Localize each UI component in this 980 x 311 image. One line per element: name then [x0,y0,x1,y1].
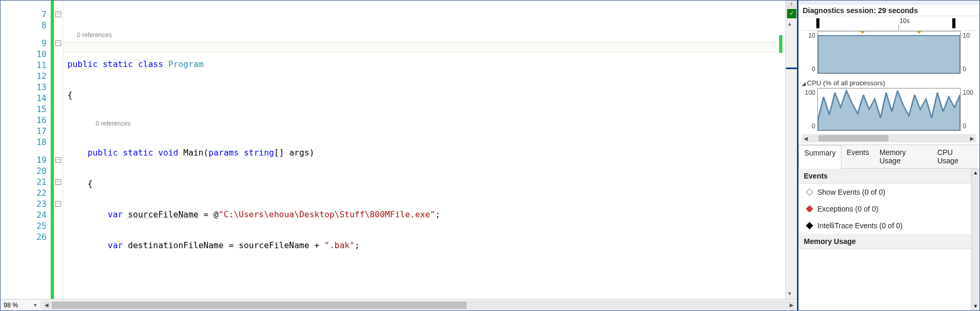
chevron-down-icon: ▼ [33,303,38,308]
fold-toggle-icon[interactable]: − [55,179,61,185]
zoom-value: 98 % [4,302,18,309]
diagnostics-tabs: Summary Events Memory Usage CPU Usage [799,145,979,169]
line-number: 21 [1,176,51,187]
diagnostics-pane: Diagnostics session: 29 seconds 10s 10 0… [798,0,980,311]
timeline-start-marker[interactable] [816,18,819,28]
code-text[interactable]: 0 references public static class Program… [63,1,785,299]
horizontal-scrollbar[interactable]: ◀ ▶ [42,301,796,310]
codelens-references[interactable]: 0 references [67,32,785,39]
zoom-dropdown[interactable]: 98 % ▼ [1,302,41,309]
line-number: 22 [1,187,51,198]
diagnostics-hscroll[interactable]: ◀ ▶ [802,134,976,142]
code-line: var sourceFileName = @"C:\Users\ehoua\De… [67,209,785,220]
line-number: 13 [1,82,51,93]
code-line: public static class Program [67,59,785,70]
line-number: 17 [1,126,51,137]
show-events-link[interactable]: Show Events (0 of 0) [799,184,971,201]
code-line [67,271,785,282]
line-number: 9 [1,38,51,49]
diagnostics-vscroll[interactable]: ▲ ▼ [971,169,979,310]
line-number: 16 [1,115,51,126]
intellitrace-icon [806,222,813,229]
memory-chart[interactable]: 10 0 10 0 [802,31,976,74]
exception-icon [806,205,813,213]
y-min: 0 [963,123,976,130]
line-number: 10 [1,49,51,60]
scroll-down-icon[interactable]: ▼ [972,302,979,310]
fold-toggle-icon[interactable]: − [55,201,61,207]
right-change-margin [779,1,782,299]
timeline-tick-label: 10s [899,17,909,25]
code-editor-pane: 7 8 9 10 11 12 13 14 15 16 17 18 19 20 2… [0,0,798,311]
cpu-chart[interactable]: 100 0 100 0 [802,88,976,131]
scroll-right-icon[interactable]: ▶ [788,301,796,310]
line-number: 8 [1,20,51,31]
line-number: 23 [1,198,51,209]
split-window-icon[interactable]: ⇕ [786,1,797,7]
caret-marker [786,68,797,69]
scroll-overview[interactable]: ⇕ ✓ ▲ ▼ [785,1,797,299]
fold-toggle-icon[interactable]: − [55,157,61,163]
editor-statusbar: 98 % ▼ ◀ ▶ [1,299,797,310]
diagnostics-session-header: Diagnostics session: 29 seconds [799,5,979,16]
scroll-left-icon[interactable]: ◀ [42,301,51,310]
line-number: 18 [1,137,51,148]
line-number: 7 [1,9,51,20]
line-number: 14 [1,93,51,104]
line-number: 19 [1,154,51,165]
scroll-up-icon[interactable]: ▲ [972,169,979,177]
intellitrace-link[interactable]: IntelliTrace Events (0 of 0) [799,217,971,234]
cpu-chart-title[interactable]: ◢CPU (% of all processors) [802,79,976,87]
events-icon [806,188,813,196]
code-line: var destinationFileName = sourceFileName… [67,240,785,251]
y-min: 0 [802,123,815,130]
tab-memory-usage[interactable]: Memory Usage [874,145,932,168]
code-area[interactable]: 7 8 9 10 11 12 13 14 15 16 17 18 19 20 2… [1,1,797,299]
y-max: 10 [802,32,815,39]
scroll-left-icon[interactable]: ◀ [802,134,810,142]
line-number: 11 [1,60,51,71]
y-max: 100 [802,89,815,96]
codelens-references[interactable]: 0 references [67,120,785,127]
y-min: 0 [802,65,815,73]
tab-cpu-usage[interactable]: CPU Usage [932,145,979,168]
timeline-end-marker[interactable] [952,18,955,28]
scroll-right-icon[interactable]: ▶ [968,134,976,142]
expand-toggle-icon[interactable]: ◢ [802,81,806,86]
memory-section-header: Memory Usage [799,234,971,249]
line-number: 25 [1,220,51,231]
code-line: { [67,90,785,101]
line-number: 12 [1,71,51,82]
tab-events[interactable]: Events [841,145,874,168]
scrollbar-thumb[interactable] [52,302,466,309]
scrollbar-thumb[interactable] [818,135,888,141]
fold-margin[interactable]: − − − − − [54,1,63,299]
exceptions-link[interactable]: Exceptions (0 of 0) [799,201,971,217]
code-line: { [67,178,785,189]
fold-toggle-icon[interactable]: − [55,12,61,17]
y-max: 100 [963,89,976,96]
events-section-header: Events [799,169,971,184]
line-number: 20 [1,165,51,176]
y-max: 10 [963,32,976,39]
scroll-up-icon[interactable]: ▲ [788,21,791,27]
timeline-ruler[interactable]: 10s [802,16,976,31]
line-number-gutter: 7 8 9 10 11 12 13 14 15 16 17 18 19 20 2… [1,1,51,299]
line-number: 15 [1,104,51,115]
scroll-down-icon[interactable]: ▼ [788,291,791,297]
line-number: 26 [1,231,51,242]
fold-toggle-icon[interactable]: − [55,40,61,46]
no-errors-icon: ✓ [787,9,796,18]
line-number: 24 [1,209,51,220]
code-line: public static void Main(params string[] … [67,147,785,158]
tab-summary[interactable]: Summary [799,145,841,169]
y-min: 0 [963,65,976,73]
